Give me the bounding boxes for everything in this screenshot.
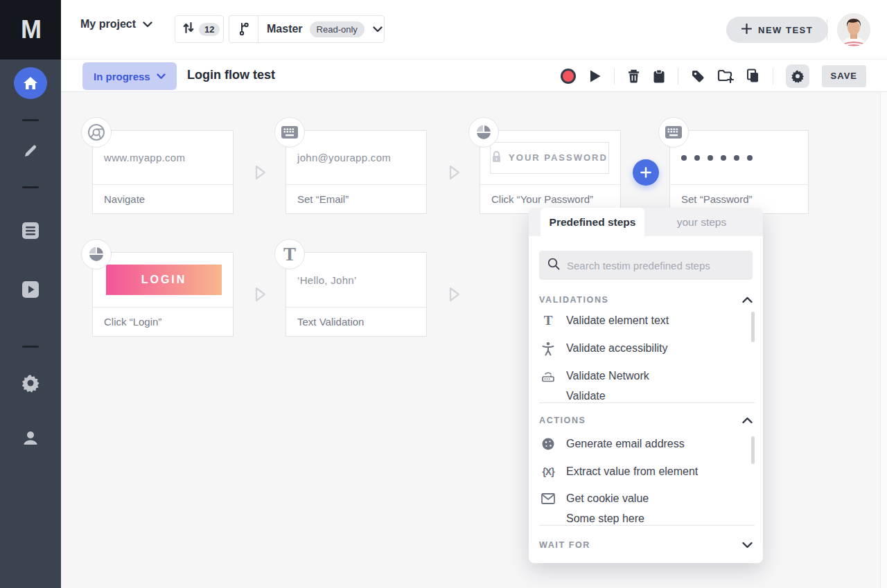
step-option-validate-element-text[interactable]: T Validate element text: [539, 307, 749, 335]
duplicate-button[interactable]: [746, 69, 760, 83]
clipboard-button[interactable]: [653, 69, 665, 83]
steps-panel: Predefined steps your steps VALIDATIONS …: [529, 208, 763, 563]
tag-button[interactable]: [691, 69, 705, 83]
step-card-text-validation[interactable]: ‘Hello, John’ Text Validation: [286, 252, 427, 337]
project-name: My project: [80, 18, 136, 30]
step-action-label: Navigate: [93, 184, 233, 213]
step-option-validate-network[interactable]: Validate Network: [539, 362, 749, 390]
password-dot: [734, 155, 739, 161]
search-input[interactable]: [567, 260, 740, 271]
mouse-icon: [468, 117, 499, 148]
toolbar-divider: [678, 68, 678, 84]
sidebar-item-runs[interactable]: [0, 256, 61, 326]
password-placeholder-text: YOUR PASSWORD: [509, 152, 608, 163]
section-header-wait-for[interactable]: WAIT FOR: [539, 537, 753, 553]
play-button[interactable]: [589, 69, 601, 83]
step-card-click-password[interactable]: YOUR PASSWORD Click “Your Password”: [480, 130, 621, 214]
avatar-illustration: [837, 13, 870, 46]
save-button[interactable]: SAVE: [822, 65, 866, 87]
password-dot: [721, 155, 726, 161]
cookie-icon: [539, 437, 557, 451]
chevron-up-icon: [742, 296, 753, 303]
save-label: SAVE: [831, 71, 857, 81]
extract-variable-icon: {X}: [539, 466, 557, 477]
status-label: In progress: [94, 71, 150, 82]
git-branch-icon: [229, 16, 258, 42]
header-divider: [827, 19, 827, 40]
top-header: My project 12 Master Read-only: [61, 0, 887, 60]
person-icon: [21, 429, 39, 450]
step-card-click-login[interactable]: LOGIN Click “Login”: [92, 252, 234, 337]
accessibility-icon: [539, 341, 557, 356]
password-dot: [747, 155, 753, 161]
chevron-down-icon: [157, 73, 166, 80]
password-field-preview: YOUR PASSWORD: [490, 142, 609, 174]
branch-selector[interactable]: Master Read-only: [229, 15, 385, 43]
home-icon: [14, 67, 47, 99]
project-selector[interactable]: My project: [80, 18, 152, 30]
canvas-scrollbar-track[interactable]: [880, 92, 887, 588]
test-canvas: www.myapp.com Navigate john@yourapp.com …: [61, 92, 887, 588]
steps-search[interactable]: [539, 251, 753, 280]
app-logo[interactable]: M: [0, 0, 61, 60]
sidebar-item-profile[interactable]: [0, 402, 61, 478]
sidebar-item-test-list[interactable]: [0, 208, 61, 256]
step-card-set-password[interactable]: Set “Password”: [669, 130, 809, 214]
step-action-label: Click “Login”: [93, 307, 233, 336]
section-title: WAIT FOR: [539, 540, 590, 550]
section-header-actions[interactable]: ACTIONS: [539, 413, 753, 428]
trash-button[interactable]: [627, 69, 640, 83]
step-value: www.myapp.com: [104, 152, 185, 163]
step-action-label: Set “Email”: [286, 184, 426, 213]
toolbar-divider: [773, 68, 773, 84]
sync-arrows-icon: [182, 21, 195, 37]
status-dropdown[interactable]: In progress: [82, 62, 177, 90]
gear-icon: [21, 373, 40, 395]
step-option-generate-email[interactable]: Generate email address: [539, 430, 749, 458]
chevron-down-icon: [742, 542, 753, 549]
step-option-extract-value[interactable]: {X} Extract value from element: [539, 458, 749, 485]
section-header-validations[interactable]: VALIDATIONS: [539, 292, 753, 308]
sidebar-item-editor[interactable]: [0, 139, 61, 166]
step-option-clipped[interactable]: Some step here: [539, 513, 749, 526]
test-title: Login flow test: [187, 68, 275, 82]
section-title: ACTIONS: [539, 416, 586, 425]
step-card-set-email[interactable]: john@yourapp.com Set “Email”: [286, 130, 427, 214]
gear-icon: [791, 69, 805, 83]
test-toolbar: In progress Login flow test: [61, 60, 887, 92]
step-option-clipped[interactable]: Validate: [539, 390, 749, 403]
browser-icon: [81, 117, 112, 148]
tab-predefined-steps[interactable]: Predefined steps: [541, 208, 644, 236]
plus-icon: [741, 24, 752, 37]
step-value: ‘Hello, John’: [297, 274, 357, 286]
new-test-label: NEW TEST: [758, 25, 813, 35]
sync-counter[interactable]: 12: [175, 15, 224, 43]
user-avatar[interactable]: [837, 13, 870, 46]
keyboard-icon: [274, 117, 305, 148]
chevron-down-icon: [143, 18, 152, 30]
search-icon: [547, 258, 560, 273]
record-button[interactable]: [560, 68, 577, 84]
plus-icon: [640, 167, 651, 178]
login-button-preview: LOGIN: [106, 265, 222, 295]
step-card-navigate[interactable]: www.myapp.com Navigate: [92, 130, 234, 214]
new-test-button[interactable]: NEW TEST: [726, 17, 828, 43]
logo-m-icon: M: [21, 15, 40, 44]
new-folder-button[interactable]: [717, 69, 734, 83]
readonly-badge: Read-only: [310, 21, 365, 37]
network-router-icon: [539, 369, 557, 383]
sidebar-item-settings[interactable]: [0, 367, 61, 402]
step-option-validate-accessibility[interactable]: Validate accessibility: [539, 335, 749, 362]
password-dot: [708, 155, 713, 161]
panel-scrollbar-thumb[interactable]: [751, 312, 755, 342]
flow-arrow-icon: [448, 164, 462, 181]
step-option-get-cookie[interactable]: Get cookie value: [539, 485, 749, 513]
sidebar-item-home[interactable]: [0, 60, 61, 101]
flow-arrow-icon: [254, 164, 267, 181]
panel-scrollbar-thumb[interactable]: [751, 436, 755, 464]
settings-button[interactable]: [786, 64, 809, 88]
sidebar-divider: [0, 326, 61, 367]
add-step-button[interactable]: [633, 159, 659, 186]
tab-your-steps[interactable]: your steps: [644, 208, 759, 236]
sidebar: M: [0, 0, 61, 588]
